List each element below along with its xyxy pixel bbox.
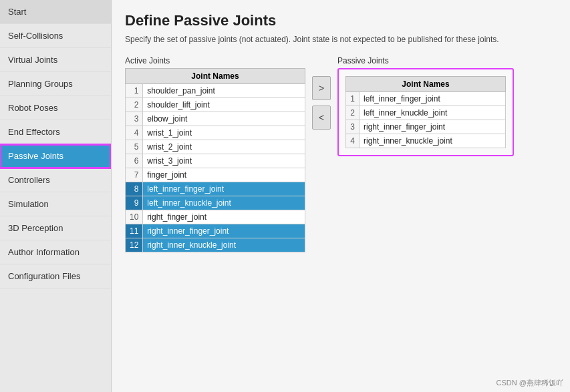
row-number: 10 bbox=[126, 210, 143, 224]
row-number: 4 bbox=[126, 126, 143, 140]
joint-name: right_inner_finger_joint bbox=[143, 224, 305, 238]
joint-name: right_finger_joint bbox=[143, 210, 305, 224]
main-content: Define Passive Joints Specify the set of… bbox=[112, 0, 570, 392]
row-number: 3 bbox=[126, 112, 143, 126]
active-joint-row[interactable]: 2shoulder_lift_joint bbox=[126, 98, 305, 112]
joint-name: left_inner_finger_joint bbox=[143, 182, 305, 196]
passive-joint-row[interactable]: 4right_inner_knuckle_joint bbox=[346, 134, 506, 148]
sidebar-item-end-effectors[interactable]: End Effectors bbox=[0, 120, 111, 144]
joint-name: left_inner_finger_joint bbox=[360, 92, 506, 106]
active-joints-label: Active Joints bbox=[125, 56, 305, 65]
sidebar-item-planning-groups[interactable]: Planning Groups bbox=[0, 72, 111, 96]
passive-joints-table: Joint Names 1left_inner_finger_joint2lef… bbox=[345, 76, 506, 148]
sidebar-item-robot-poses[interactable]: Robot Poses bbox=[0, 96, 111, 120]
row-number: 2 bbox=[126, 98, 143, 112]
sidebar-item-passive-joints[interactable]: Passive Joints bbox=[0, 144, 111, 168]
joints-area: Active Joints Joint Names 1shoulder_pan_… bbox=[125, 56, 557, 385]
active-joint-row[interactable]: 7finger_joint bbox=[126, 168, 305, 182]
page-description: Specify the set of passive joints (not a… bbox=[125, 33, 546, 45]
active-joint-row[interactable]: 11right_inner_finger_joint bbox=[126, 224, 305, 238]
active-joints-table: Joint Names 1shoulder_pan_joint2shoulder… bbox=[125, 68, 305, 252]
joint-name: elbow_joint bbox=[143, 112, 305, 126]
active-joint-row[interactable]: 3elbow_joint bbox=[126, 112, 305, 126]
add-to-passive-button[interactable]: > bbox=[312, 76, 331, 100]
row-number: 5 bbox=[126, 140, 143, 154]
page-title: Define Passive Joints bbox=[125, 12, 557, 29]
passive-joint-row[interactable]: 1left_inner_finger_joint bbox=[346, 92, 506, 106]
joint-name: right_inner_knuckle_joint bbox=[143, 238, 305, 252]
row-number: 9 bbox=[126, 196, 143, 210]
sidebar-item-3d-perception[interactable]: 3D Perception bbox=[0, 216, 111, 240]
passive-panel-border: Joint Names 1left_inner_finger_joint2lef… bbox=[337, 68, 514, 156]
joint-name: wrist_1_joint bbox=[143, 126, 305, 140]
joint-name: shoulder_pan_joint bbox=[143, 84, 305, 98]
active-joint-row[interactable]: 8left_inner_finger_joint bbox=[126, 182, 305, 196]
row-number: 7 bbox=[126, 168, 143, 182]
joint-name: left_inner_knuckle_joint bbox=[360, 106, 506, 120]
row-number: 3 bbox=[346, 120, 360, 134]
passive-joints-label: Passive Joints bbox=[337, 56, 514, 65]
row-number: 8 bbox=[126, 182, 143, 196]
arrow-buttons-group: > < bbox=[308, 56, 335, 130]
active-joint-row[interactable]: 10right_finger_joint bbox=[126, 210, 305, 224]
active-joint-row[interactable]: 9left_inner_knuckle_joint bbox=[126, 196, 305, 210]
active-joint-row[interactable]: 6wrist_3_joint bbox=[126, 154, 305, 168]
remove-from-passive-button[interactable]: < bbox=[312, 106, 331, 130]
active-joint-row[interactable]: 1shoulder_pan_joint bbox=[126, 84, 305, 98]
sidebar-item-author-information[interactable]: Author Information bbox=[0, 240, 111, 264]
sidebar-item-simulation[interactable]: Simulation bbox=[0, 192, 111, 216]
joint-name: finger_joint bbox=[143, 168, 305, 182]
passive-joint-row[interactable]: 3right_inner_finger_joint bbox=[346, 120, 506, 134]
passive-joint-row[interactable]: 2left_inner_knuckle_joint bbox=[346, 106, 506, 120]
row-number: 12 bbox=[126, 238, 143, 252]
row-number: 1 bbox=[126, 84, 143, 98]
joint-name: left_inner_knuckle_joint bbox=[143, 196, 305, 210]
passive-joints-header: Joint Names bbox=[346, 77, 506, 92]
joint-name: right_inner_finger_joint bbox=[360, 120, 506, 134]
row-number: 1 bbox=[346, 92, 360, 106]
sidebar-item-self-collisions[interactable]: Self-Collisions bbox=[0, 24, 111, 48]
sidebar-item-configuration-files[interactable]: Configuration Files bbox=[0, 264, 111, 288]
sidebar-item-start[interactable]: Start bbox=[0, 0, 111, 24]
row-number: 4 bbox=[346, 134, 360, 148]
passive-joints-panel: Passive Joints Joint Names 1left_inner_f… bbox=[337, 56, 514, 156]
joint-name: wrist_3_joint bbox=[143, 154, 305, 168]
active-joint-row[interactable]: 4wrist_1_joint bbox=[126, 126, 305, 140]
joint-name: wrist_2_joint bbox=[143, 140, 305, 154]
sidebar-item-controllers[interactable]: Controllers bbox=[0, 168, 111, 192]
active-joint-row[interactable]: 12right_inner_knuckle_joint bbox=[126, 238, 305, 252]
active-joints-header: Joint Names bbox=[126, 69, 305, 84]
joint-name: shoulder_lift_joint bbox=[143, 98, 305, 112]
active-joints-panel: Active Joints Joint Names 1shoulder_pan_… bbox=[125, 56, 305, 252]
active-joint-row[interactable]: 5wrist_2_joint bbox=[126, 140, 305, 154]
joint-name: right_inner_knuckle_joint bbox=[360, 134, 506, 148]
watermark: CSDN @燕肆稀饭吖 bbox=[496, 378, 563, 388]
row-number: 11 bbox=[126, 224, 143, 238]
row-number: 2 bbox=[346, 106, 360, 120]
sidebar-item-virtual-joints[interactable]: Virtual Joints bbox=[0, 48, 111, 72]
sidebar: StartSelf-CollisionsVirtual JointsPlanni… bbox=[0, 0, 112, 392]
row-number: 6 bbox=[126, 154, 143, 168]
